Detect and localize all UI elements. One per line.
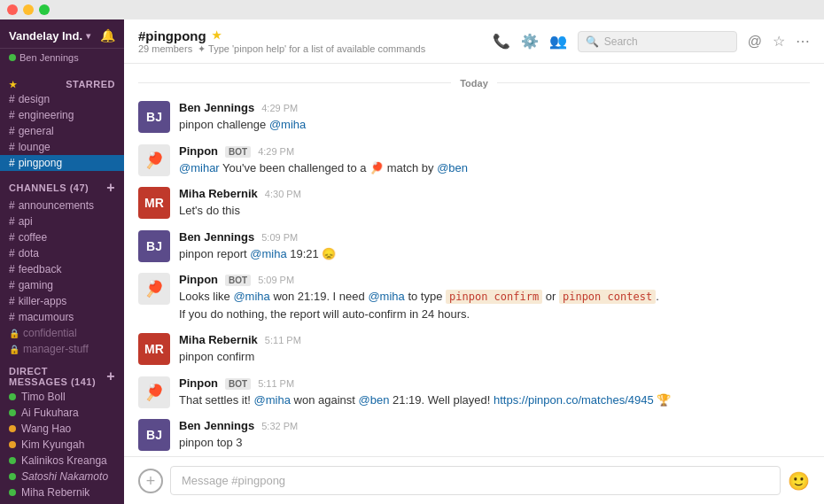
message-text: @mihar You've been challenged to a 🏓 mat…	[179, 159, 810, 177]
channels-section: CHANNELS (47) + #announcements #api #cof…	[0, 178, 124, 357]
message-text: pinpon report @miha 19:21 😞	[179, 245, 810, 263]
sidebar-item-pingpong[interactable]: # pingpong	[0, 155, 124, 171]
message-text: pinpon challenge @miha	[179, 116, 810, 134]
message-header: Miha Rebernik 5:11 PM	[179, 333, 810, 346]
dm-section-header: DIRECT MESSAGES (141) +	[0, 364, 124, 389]
settings-icon[interactable]: ⚙️	[521, 33, 539, 50]
dm-item-satoshi-nakamoto[interactable]: Satoshi Nakamoto	[0, 469, 124, 485]
sidebar-item-manager-stuff[interactable]: 🔒manager-stuff	[0, 341, 124, 357]
avatar: MR	[138, 187, 170, 219]
sidebar-item-announcements[interactable]: #announcements	[0, 198, 124, 213]
message-header: Pinpon BOT 5:09 PM	[179, 273, 810, 286]
sidebar-header: Vandelay Ind. ▾ 🔔	[0, 19, 124, 49]
avatar: 🏓	[138, 376, 170, 408]
traffic-lights	[7, 4, 50, 15]
add-channel-button[interactable]: +	[106, 180, 115, 196]
dm-item-kim-kyungah[interactable]: Kim Kyungah	[0, 437, 124, 453]
message-text: That settles it! @miha won against @ben …	[179, 392, 810, 409]
at-icon[interactable]: @	[748, 34, 762, 50]
message-group: BJ Ben Jennings 4:29 PM pinpon challenge…	[138, 101, 810, 134]
search-input[interactable]	[604, 35, 729, 48]
sidebar-item-confidential[interactable]: 🔒confidential	[0, 325, 124, 341]
channel-header: #pingpong ★ 29 members ✦ Type 'pinpon he…	[124, 19, 824, 64]
message-content: Ben Jennings 4:29 PM pinpon challenge @m…	[179, 101, 810, 134]
search-icon: 🔍	[586, 35, 599, 48]
phone-icon[interactable]: 📞	[493, 33, 510, 50]
dm-status-dot	[9, 473, 16, 480]
dm-status-dot	[9, 489, 16, 496]
sidebar-scroll: ★ STARRED # design # engineering # gener…	[0, 70, 124, 504]
avatar: 🏓	[138, 273, 170, 305]
avatar: BJ	[138, 230, 170, 262]
match-link[interactable]: https://pinpon.co/matches/4945	[494, 393, 654, 407]
star-icon: ★	[9, 80, 18, 89]
channel-subtitle: 29 members ✦ Type 'pinpon help' for a li…	[138, 43, 482, 55]
titlebar	[0, 0, 824, 19]
bot-badge: BOT	[225, 378, 251, 390]
dm-item-kalinikos-kreanga[interactable]: Kalinikos Kreanga	[0, 453, 124, 469]
message-content: Miha Rebernik 4:30 PM Let's do this	[179, 187, 810, 220]
message-input[interactable]	[170, 466, 781, 495]
message-content: Miha Rebernik 5:11 PM pinpon confirm	[179, 333, 810, 366]
channel-star-icon[interactable]: ★	[212, 29, 222, 42]
minimize-button[interactable]	[23, 4, 34, 15]
dm-item-timo-boll[interactable]: Timo Boll	[0, 389, 124, 405]
sidebar-item-gaming[interactable]: #gaming	[0, 277, 124, 293]
message-header: Ben Jennings 4:29 PM	[179, 101, 810, 114]
sidebar-item-general[interactable]: # general	[0, 123, 124, 139]
message-content: Pinpon BOT 5:09 PM Looks like @miha won …	[179, 273, 810, 322]
message-group: 🏓 Pinpon BOT 4:29 PM @mihar You've been …	[138, 144, 810, 177]
team-icon[interactable]: 👥	[549, 33, 567, 50]
dm-status-dot	[9, 457, 16, 464]
dm-item-miha-rebernik[interactable]: Miha Rebernik	[0, 485, 124, 500]
message-content: Ben Jennings 5:09 PM pinpon report @miha…	[179, 230, 810, 263]
maximize-button[interactable]	[39, 4, 50, 15]
message-input-area: + 🙂	[124, 456, 824, 504]
channel-title-area: #pingpong ★ 29 members ✦ Type 'pinpon he…	[138, 28, 482, 55]
message-group: MR Miha Rebernik 5:11 PM pinpon confirm	[138, 333, 810, 366]
message-group: BJ Ben Jennings 5:09 PM pinpon report @m…	[138, 230, 810, 263]
sidebar-item-coffee[interactable]: #coffee	[0, 229, 124, 245]
starred-section-header: ★ STARRED	[0, 77, 124, 91]
search-box[interactable]: 🔍	[578, 31, 737, 52]
notification-bell-icon[interactable]: 🔔	[100, 28, 115, 43]
dm-status-dot	[9, 441, 16, 448]
user-status: Ben Jennings	[0, 49, 124, 70]
message-header: Pinpon BOT 5:11 PM	[179, 376, 810, 390]
message-group: 🏓 Pinpon BOT 5:09 PM Looks like @miha wo…	[138, 273, 810, 322]
workspace-name[interactable]: Vandelay Ind. ▾	[9, 29, 90, 43]
sidebar-item-api[interactable]: #api	[0, 213, 124, 229]
sidebar-item-feedback[interactable]: #feedback	[0, 261, 124, 277]
emoji-picker-button[interactable]: 🙂	[788, 470, 810, 492]
dm-status-dot	[9, 425, 16, 432]
dm-item-ai-fukuhara[interactable]: Ai Fukuhara	[0, 405, 124, 421]
workspace-chevron-icon: ▾	[86, 31, 90, 41]
sidebar-item-dota[interactable]: #dota	[0, 245, 124, 261]
bot-badge: BOT	[225, 146, 251, 158]
sidebar-item-engineering[interactable]: # engineering	[0, 107, 124, 123]
message-content: Pinpon BOT 5:11 PM That settles it! @mih…	[179, 376, 810, 409]
avatar: MR	[138, 333, 170, 365]
header-actions: 📞 ⚙️ 👥 🔍 @ ☆ ⋯	[493, 31, 810, 52]
date-divider: Today	[138, 74, 810, 90]
avatar: BJ	[138, 101, 170, 133]
message-text: Looks like @miha won 21:19. I need @miha…	[179, 288, 810, 322]
sidebar-item-lounge[interactable]: # lounge	[0, 139, 124, 155]
add-attachment-button[interactable]: +	[138, 469, 163, 493]
message-header: Miha Rebernik 4:30 PM	[179, 187, 810, 200]
sidebar-item-killer-apps[interactable]: #killer-apps	[0, 293, 124, 309]
star-header-icon[interactable]: ☆	[773, 33, 785, 50]
message-text: pinpon confirm	[179, 348, 810, 366]
add-dm-button[interactable]: +	[106, 368, 115, 384]
close-button[interactable]	[7, 4, 18, 15]
dm-item-wang-hao[interactable]: Wang Hao	[0, 421, 124, 437]
dm-status-dot	[9, 409, 16, 416]
message-header: Ben Jennings 5:32 PM	[179, 419, 810, 432]
starred-section: ★ STARRED # design # engineering # gener…	[0, 77, 124, 171]
sidebar-item-design[interactable]: # design	[0, 91, 124, 107]
sidebar-item-macumours[interactable]: #macumours	[0, 309, 124, 325]
dm-item-art-vandelay[interactable]: Art Vandelay	[0, 500, 124, 504]
channels-section-header: CHANNELS (47) +	[0, 178, 124, 198]
more-icon[interactable]: ⋯	[796, 33, 810, 50]
avatar: BJ	[138, 419, 170, 451]
